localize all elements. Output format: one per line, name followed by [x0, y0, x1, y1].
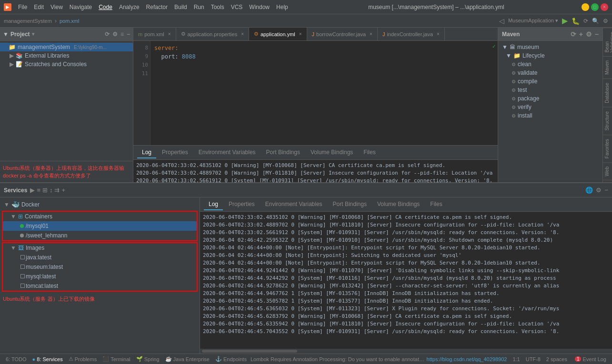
maven-test[interactable]: ⚙ test: [498, 86, 602, 94]
menu-view[interactable]: View: [48, 3, 66, 11]
close-pom-tab[interactable]: ×: [168, 31, 171, 37]
services-filter-icon[interactable]: ⊞: [42, 187, 48, 194]
spring-item[interactable]: 🌱 Spring: [134, 356, 161, 362]
tree-item-scratches[interactable]: ▶ 📝 Scratches and Consoles: [0, 60, 133, 69]
tab-index-ctrl[interactable]: J indexController.java ×: [378, 28, 445, 41]
services-expand-icon[interactable]: ⇉: [54, 187, 60, 194]
services-group-icon[interactable]: ≡: [37, 187, 40, 194]
close-borrow-tab[interactable]: ×: [370, 31, 372, 37]
menu-tools[interactable]: Tools: [208, 3, 227, 11]
svc-image-museum[interactable]: ☐ museum:latest: [3, 262, 197, 272]
terminal-item[interactable]: ⬛ Terminal: [100, 356, 132, 362]
tab-borrow-ctrl[interactable]: J borrowController.java ×: [307, 28, 378, 41]
structure-tab[interactable]: Structure: [603, 107, 612, 135]
image-checkbox-mysql[interactable]: ☐: [20, 273, 24, 280]
menu-window[interactable]: Window: [246, 3, 272, 11]
maximize-button[interactable]: □: [591, 3, 599, 11]
project-settings-icon[interactable]: ≡: [120, 31, 124, 38]
svc-image-mysql[interactable]: ☐ mysql:latest: [3, 272, 197, 281]
breadcrumb-project[interactable]: managementSystem: [4, 18, 52, 24]
project-sync-icon[interactable]: ⟳: [105, 31, 110, 38]
log-tab-log[interactable]: Log: [137, 147, 156, 158]
scrollbar-thumb[interactable]: [202, 350, 297, 353]
services-settings-icon[interactable]: ⚙: [596, 187, 602, 194]
maven-package[interactable]: ⚙ package: [498, 94, 602, 103]
menu-edit[interactable]: Edit: [31, 3, 47, 11]
search-icon[interactable]: 🔍: [592, 18, 599, 24]
svc-tab-port-bindings[interactable]: Port Bindings: [328, 199, 371, 210]
more-run-options[interactable]: ⟳: [583, 18, 588, 24]
maven-side-tab[interactable]: Maven: [603, 56, 612, 79]
position-indicator[interactable]: 1:1: [512, 356, 520, 362]
java-enterprise-item[interactable]: ☕ Java Enterprise: [163, 356, 211, 362]
log-tab-port-bindings[interactable]: Port Bindings: [261, 147, 305, 158]
services-browser-icon[interactable]: 🌐: [585, 187, 593, 194]
event-log-item[interactable]: 1 Event Log: [573, 356, 608, 362]
svc-tab-env-vars[interactable]: Environment Variables: [261, 199, 327, 210]
menu-analyze[interactable]: Analyze: [116, 3, 142, 11]
indent-indicator[interactable]: 2 spaces: [546, 356, 567, 362]
svc-images-group[interactable]: ▼ 🖼 Images: [3, 243, 197, 253]
svc-tab-log[interactable]: Log: [204, 199, 223, 210]
menu-run[interactable]: Run: [191, 3, 207, 11]
database-tab[interactable]: Database: [603, 79, 612, 107]
minimize-button[interactable]: −: [582, 3, 589, 11]
tab-pom-xml[interactable]: m pom.xml ×: [133, 28, 176, 41]
maven-lifecycle-group[interactable]: ▼ 📁 Lifecycle: [498, 51, 602, 60]
services-sort-icon[interactable]: ↕: [50, 187, 53, 194]
svc-log-content[interactable]: 2020-06-04T02:33:02.4835102 0 [Warning] …: [200, 212, 612, 349]
back-arrow-icon[interactable]: ◁: [499, 17, 504, 25]
project-gear-icon[interactable]: ⚙: [112, 31, 118, 38]
menu-build[interactable]: Build: [171, 3, 190, 11]
maven-verify[interactable]: ⚙ verify: [498, 103, 602, 111]
endpoints-item[interactable]: ⚓ Endpoints: [213, 356, 249, 362]
web-tab[interactable]: Web: [603, 162, 612, 180]
project-minimize-icon[interactable]: −: [127, 31, 130, 38]
tab-app-yml[interactable]: ⚙ application.yml ×: [249, 28, 307, 41]
maven-refresh-icon[interactable]: ⟳: [571, 30, 576, 38]
maven-validate[interactable]: ⚙ validate: [498, 69, 602, 77]
services-run-all-icon[interactable]: ▶: [30, 187, 35, 194]
maven-clean[interactable]: ⚙ clean: [498, 60, 602, 69]
close-index-tab[interactable]: ×: [437, 31, 440, 37]
tree-item-root[interactable]: 📁 managementSystem E:\lyking90-m...: [0, 43, 133, 51]
svc-image-java[interactable]: ☐ java:latest: [3, 253, 197, 262]
log-tab-volume-bindings[interactable]: Volume Bindings: [306, 147, 358, 158]
svc-sweet-lehmann[interactable]: /sweet_lehmann: [3, 231, 197, 240]
favorites-tab[interactable]: Favorites: [603, 135, 612, 162]
breadcrumb-file[interactable]: pom.xml: [60, 18, 80, 24]
svc-image-tomcat[interactable]: ☐ tomcat:latest: [3, 281, 197, 291]
menu-file[interactable]: File: [15, 3, 30, 11]
problems-item[interactable]: ⚠ Problems: [67, 356, 99, 362]
maven-add-icon[interactable]: +: [579, 30, 583, 38]
services-item[interactable]: ● 8: Services: [30, 356, 65, 362]
svc-tab-volume-bindings[interactable]: Volume Bindings: [372, 199, 424, 210]
menu-navigate[interactable]: Navigate: [67, 3, 95, 11]
menu-vcs[interactable]: VCS: [228, 3, 246, 11]
services-collapse-icon[interactable]: −: [604, 187, 608, 194]
log-content[interactable]: 2020-06-04T02:33:02.4835102 0 [Warning] …: [133, 160, 498, 182]
bean-validation-tab[interactable]: Bean Validation: [603, 28, 612, 56]
svc-tab-properties[interactable]: Properties: [224, 199, 260, 210]
horizontal-scrollbar[interactable]: [200, 349, 612, 354]
maven-install[interactable]: ⚙ install: [498, 111, 602, 120]
tree-item-external-libs[interactable]: ▶ 📚 External Libraries: [0, 51, 133, 60]
services-add-icon[interactable]: +: [61, 187, 65, 194]
project-expand-icon[interactable]: ▼: [3, 31, 9, 38]
maven-minimize-icon[interactable]: −: [595, 30, 599, 38]
log-tab-env-vars[interactable]: Environment Variables: [194, 147, 261, 158]
csdn-url[interactable]: https://blog.csdn.net/qq_40298902: [427, 356, 507, 362]
close-button[interactable]: ×: [601, 3, 608, 11]
svc-tab-files[interactable]: Files: [425, 199, 447, 210]
image-checkbox-museum[interactable]: ☐: [20, 264, 24, 270]
word-book-tab[interactable]: Word Book: [603, 180, 612, 182]
log-tab-files[interactable]: Files: [359, 147, 380, 158]
todo-item[interactable]: 6: TODO: [4, 356, 29, 362]
project-dropdown-icon[interactable]: ▾: [32, 31, 34, 37]
svc-containers-group[interactable]: ▼ ⊞ Containers: [3, 212, 197, 221]
maven-compile[interactable]: ⚙ compile: [498, 77, 602, 86]
menu-refactor[interactable]: Refactor: [143, 3, 171, 11]
encoding-indicator[interactable]: UTF-8: [526, 356, 541, 362]
debug-button[interactable]: 🐛: [572, 17, 580, 25]
image-checkbox-java[interactable]: ☐: [20, 254, 24, 261]
